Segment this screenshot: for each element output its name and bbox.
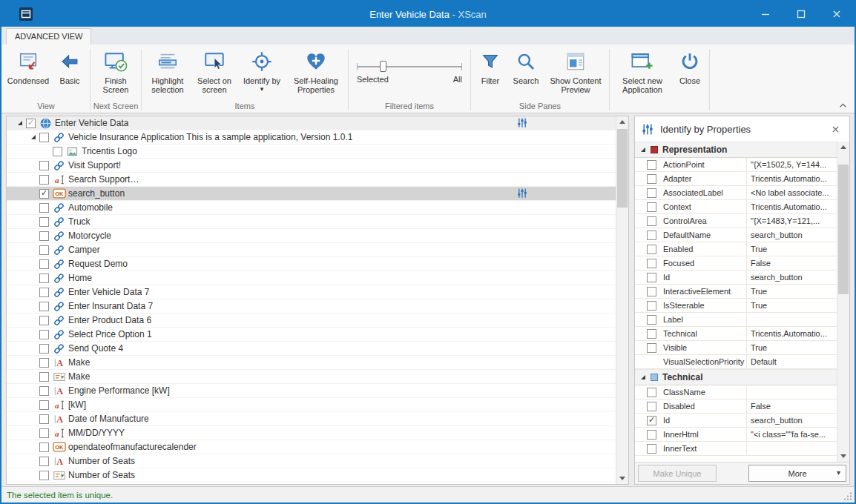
scroll-down-icon[interactable] xyxy=(616,473,628,484)
highlight-selection-button[interactable]: Highlight selection xyxy=(144,46,191,100)
property-row[interactable]: InnerHtml"<i class=""fa fa-se... xyxy=(635,428,837,442)
property-checkbox[interactable] xyxy=(647,343,656,353)
tree-item-checkbox[interactable] xyxy=(39,161,49,170)
slider-thumb[interactable] xyxy=(380,61,386,72)
property-row[interactable]: EnabledTrue xyxy=(635,242,837,256)
identify-by-button[interactable]: Identify by ▾ xyxy=(237,46,286,100)
tree-row[interactable]: Number of Seats xyxy=(7,468,616,483)
tree-row[interactable]: Motorcycle xyxy=(7,229,616,243)
property-row[interactable]: ControlArea"{X=1483,Y=121,... xyxy=(635,214,837,228)
property-row[interactable]: ContextTricentis.Automatio... xyxy=(635,200,837,214)
property-checkbox[interactable] xyxy=(647,287,656,296)
tree-item-checkbox[interactable] xyxy=(26,119,36,128)
finish-screen-button[interactable]: Finish Screen xyxy=(93,46,139,100)
tree-item-checkbox[interactable] xyxy=(39,217,49,227)
minimize-button[interactable] xyxy=(748,1,783,27)
tree-item-checkbox[interactable] xyxy=(39,175,49,185)
property-checkbox[interactable] xyxy=(647,202,656,212)
tree-item-checkbox[interactable] xyxy=(39,316,49,325)
tree-item-checkbox[interactable] xyxy=(39,273,49,283)
tree-item-checkbox[interactable] xyxy=(39,302,49,311)
property-row[interactable]: AssociatedLabel<No label associate... xyxy=(635,186,837,200)
property-row[interactable]: IsSteerableTrue xyxy=(635,299,837,313)
properties-scrollbar[interactable] xyxy=(837,142,849,462)
tree-item-checkbox[interactable] xyxy=(39,386,49,396)
tree-row[interactable]: Vehicle Insurance Application This is a … xyxy=(7,130,616,145)
filtered-items-slider[interactable] xyxy=(357,61,462,73)
property-row[interactable]: FocusedFalse xyxy=(635,256,837,271)
filter-button[interactable]: Filter xyxy=(473,46,507,100)
identify-by-properties-icon[interactable] xyxy=(517,188,527,199)
tree-item-checkbox[interactable] xyxy=(39,133,49,142)
tree-row[interactable]: Request Demo xyxy=(7,257,616,271)
tree-item-checkbox[interactable] xyxy=(39,330,49,339)
property-checkbox[interactable] xyxy=(647,402,656,411)
property-checkbox[interactable] xyxy=(647,245,656,254)
property-row[interactable]: ActionPoint"{X=1502,5, Y=144... xyxy=(635,158,837,172)
condensed-button[interactable]: Condensed xyxy=(4,46,52,100)
expand-arrow-icon[interactable] xyxy=(13,120,26,126)
show-content-preview-button[interactable]: Show Content Preview xyxy=(544,46,607,100)
select-new-application-button[interactable]: Select new Application xyxy=(612,46,673,100)
tree-item-checkbox[interactable] xyxy=(53,147,62,156)
property-row[interactable]: ClassName xyxy=(635,385,837,399)
tree-row[interactable]: Select Price Option 1 xyxy=(7,328,616,342)
property-checkbox[interactable] xyxy=(647,259,656,268)
scrollbar-thumb[interactable] xyxy=(617,129,628,208)
property-checkbox[interactable] xyxy=(647,301,656,311)
slider-track[interactable] xyxy=(357,66,462,67)
identify-by-properties-icon[interactable] xyxy=(517,117,527,128)
scrollbar-track[interactable] xyxy=(837,153,849,451)
tree-row[interactable]: OKsearch_button xyxy=(7,187,616,201)
tree-item-checkbox[interactable] xyxy=(39,259,49,269)
scroll-down-icon[interactable] xyxy=(837,451,849,462)
tab-advanced-view[interactable]: ADVANCED VIEW xyxy=(6,28,91,44)
property-row[interactable]: TechnicalTricentis.Automatio... xyxy=(635,327,837,341)
tree-item-checkbox[interactable] xyxy=(39,442,49,452)
tree-item-checkbox[interactable] xyxy=(39,457,49,466)
tree-item-checkbox[interactable] xyxy=(39,189,49,199)
tree-row[interactable]: Enter Insurant Data 7 xyxy=(7,299,616,314)
scroll-up-icon[interactable] xyxy=(616,116,628,127)
property-checkbox[interactable] xyxy=(647,160,656,170)
property-row[interactable]: Label xyxy=(635,313,837,327)
maximize-button[interactable] xyxy=(783,1,819,27)
close-application-button[interactable]: Close xyxy=(673,46,707,100)
property-row[interactable]: DefaultNamesearch_button xyxy=(635,228,837,242)
property-row[interactable]: InteractiveElementTrue xyxy=(635,285,837,299)
tree-row[interactable]: Automobile xyxy=(7,201,616,215)
expand-arrow-icon[interactable] xyxy=(27,134,39,140)
tree-item-checkbox[interactable] xyxy=(39,288,49,297)
property-checkbox[interactable] xyxy=(647,430,656,440)
property-checkbox[interactable] xyxy=(647,231,656,240)
tree-row[interactable]: AEngine Performance [kW] xyxy=(7,384,616,398)
tree-item-checkbox[interactable] xyxy=(39,203,49,213)
property-row[interactable]: VisualSelectionPriorityDefault xyxy=(635,355,837,369)
property-row[interactable]: AdapterTricentis.Automatio... xyxy=(635,172,837,186)
property-group-header[interactable]: Representation xyxy=(635,142,837,158)
tree-row[interactable]: ADate of Manufacture xyxy=(7,412,616,426)
tree-item-checkbox[interactable] xyxy=(39,358,49,368)
tree-row[interactable]: Truck xyxy=(7,215,616,229)
property-row[interactable]: InnerText xyxy=(635,442,837,456)
basic-button[interactable]: Basic xyxy=(52,46,88,100)
scrollbar-track[interactable] xyxy=(616,127,628,473)
self-healing-properties-button[interactable]: Self-Healing Properties xyxy=(286,46,346,100)
property-checkbox[interactable] xyxy=(647,329,656,339)
tree-row[interactable]: Enter Vehicle Data xyxy=(7,116,616,130)
property-row[interactable]: DisabledFalse xyxy=(635,399,837,414)
tree-item-checkbox[interactable] xyxy=(39,231,49,241)
tree-row[interactable]: AMake xyxy=(7,356,616,370)
tree-item-checkbox[interactable] xyxy=(39,428,49,438)
property-row[interactable]: Idsearch_button xyxy=(635,271,837,285)
tree-item-checkbox[interactable] xyxy=(39,372,49,382)
tree-row[interactable]: ANumber of Seats xyxy=(7,454,616,468)
property-checkbox[interactable] xyxy=(647,444,656,454)
tree-row[interactable]: Enter Vehicle Data 7 xyxy=(7,285,616,299)
resize-grip[interactable] xyxy=(843,491,852,500)
tree-row[interactable]: a[kW] xyxy=(7,398,616,412)
property-checkbox[interactable] xyxy=(647,416,656,425)
tree-item-checkbox[interactable] xyxy=(39,471,49,480)
property-checkbox[interactable] xyxy=(647,315,656,325)
select-on-screen-button[interactable]: Select on screen xyxy=(191,46,237,100)
